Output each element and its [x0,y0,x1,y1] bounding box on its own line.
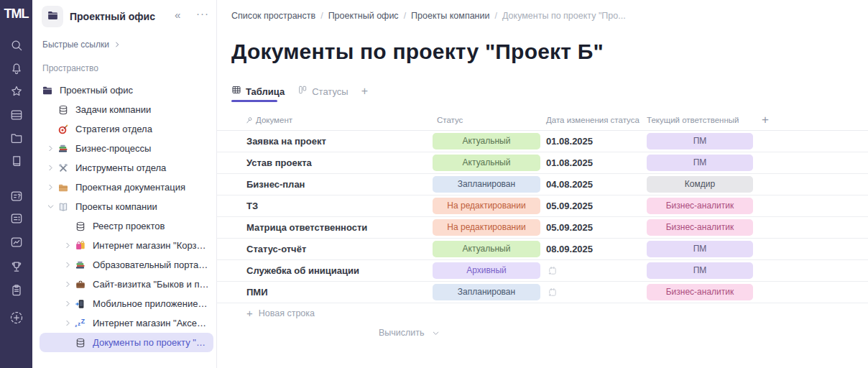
add-column-button[interactable]: + [762,113,769,127]
new-row-button[interactable]: + Новая строка [246,307,315,319]
bell-icon[interactable] [9,61,24,75]
chevron-right-icon[interactable] [60,279,75,290]
book-icon[interactable] [9,154,24,168]
status-badge[interactable]: Запланирован [433,176,540,193]
sidebar-header: Проектный офис « ··· [32,0,216,34]
responsible-badge[interactable]: ПМ [647,262,753,279]
card-question-icon[interactable] [9,189,24,203]
chevron-right-icon[interactable] [43,143,57,155]
chevron-right-icon[interactable] [60,259,75,271]
column-header[interactable]: Текущий ответственный [647,116,739,124]
add-view-button[interactable]: + [361,85,368,98]
collapse-sidebar-icon[interactable]: « [175,9,180,21]
pin-icon[interactable] [244,115,254,124]
chevron-right-icon[interactable] [43,182,57,193]
folder-icon[interactable] [9,131,24,145]
date-cell[interactable]: 08.09.2025 [546,244,593,254]
table-row[interactable]: Матрица ответственностиНа редактировании… [217,217,868,239]
table-row[interactable]: Заявка на проектАктуальный01.08.2025ПМ [217,131,868,152]
search-icon[interactable] [9,38,24,52]
status-badge[interactable]: Актуальный [433,155,540,171]
breadcrumb-item[interactable]: Список пространств [231,11,315,21]
table-row[interactable]: Устав проектаАктуальный01.08.2025ПМ [217,152,868,174]
chevron-right-icon[interactable] [43,162,57,174]
sidebar-item-label: Образовательный портал "Edu... [93,259,213,270]
responsible-badge[interactable]: Бизнес-аналитик [647,198,753,214]
document-cell[interactable]: Служебка об инициации [246,265,359,276]
sidebar-item[interactable]: Инструменты отдела [40,158,213,178]
tab-active[interactable]: Таблица [231,85,285,98]
card-dots-icon[interactable] [9,211,24,226]
status-badge[interactable]: На редактировании [433,198,540,214]
plus-dashed-icon[interactable] [9,310,24,325]
sidebar-item[interactable]: Документы по проекту "Прое... [40,333,213,352]
table-row[interactable]: Служебка об инициацииАрхивныйПМ [217,260,868,282]
sidebar-item[interactable]: Образовательный портал "Edu... [40,255,213,275]
document-cell[interactable]: Устав проекта [246,157,312,168]
document-cell[interactable]: ТЗ [246,201,258,211]
sidebar-item[interactable]: Проектная документация [40,178,213,197]
column-header[interactable]: Документ [256,116,292,124]
table-row[interactable]: Бизнес-планЗапланирован04.08.2025Комдир [217,174,868,196]
column-header[interactable]: Дата изменения статуса [546,116,640,124]
sidebar-item[interactable]: Проектный офис [40,80,213,100]
responsible-badge[interactable]: Бизнес-аналитик [647,219,753,236]
compute-dropdown[interactable]: Вычислить [379,328,440,338]
table-row[interactable]: ТЗНа редактировании05.09.2025Бизнес-анал… [217,196,868,217]
document-cell[interactable]: ПМИ [246,287,268,298]
sidebar-tree: Проектный офисЗадачи компанииСтратегия о… [32,80,216,352]
table-row[interactable]: ПМИЗапланированБизнес-аналитик [217,282,868,303]
date-cell[interactable]: 01.08.2025 [546,136,593,147]
sidebar-item[interactable]: Реестр проектов [40,216,213,236]
tml-logo[interactable]: TML [0,6,32,22]
breadcrumb-item[interactable]: Проектный офис [328,11,399,21]
responsible-badge[interactable]: ПМ [647,155,753,171]
sidebar-item[interactable]: Бизнес-процессы [40,139,213,158]
chart-icon[interactable] [9,235,24,249]
sidebar-item[interactable]: Сайт-визитка "Быков и партнер... [40,275,213,294]
breadcrumb-item[interactable]: Проекты компании [411,11,489,21]
status-badge[interactable]: Запланирован [433,284,540,300]
space-icon-box[interactable] [42,6,63,27]
responsible-badge[interactable]: Комдир [647,176,753,193]
chevron-down-icon[interactable] [43,201,57,213]
chevron-right-icon[interactable] [60,318,75,329]
sidebar-item[interactable]: zzZИнтернет магазин "Аксессуары" [40,313,213,333]
sidebar-menu-icon[interactable]: ··· [196,7,209,19]
status-badge[interactable]: Архивный [433,262,540,279]
document-cell[interactable]: Бизнес-план [246,179,305,190]
tab-inactive[interactable]: Статусы [297,85,348,98]
sidebar-item[interactable]: Задачи компании [40,100,213,119]
database-icon [75,337,86,349]
document-cell[interactable]: Статус-отчёт [246,244,306,254]
sidebar-item[interactable]: Мобильное приложение "Связь" [40,294,213,313]
chevron-right-icon[interactable] [60,298,75,310]
trophy-icon[interactable] [9,259,24,274]
table-row[interactable]: Статус-отчётАктуальный08.09.2025ПМ [217,239,868,260]
status-badge[interactable]: Актуальный [433,241,540,257]
calendar-add-icon[interactable] [547,287,558,298]
sidebar-item[interactable]: Проекты компании [40,197,213,216]
star-icon[interactable] [9,84,24,98]
responsible-badge[interactable]: Бизнес-аналитик [647,284,753,300]
compute-label: Вычислить [379,328,425,338]
chevron-right-icon[interactable] [60,240,75,252]
sidebar-item[interactable]: Интернет магазин "Корзина" [40,236,213,255]
date-cell[interactable]: 05.09.2025 [546,222,593,233]
page-title: Документы по проекту "Проект Б" [231,40,604,64]
quick-links[interactable]: Быстрые ссылки [42,40,121,50]
calendar-add-icon[interactable] [547,265,558,276]
document-cell[interactable]: Заявка на проект [246,136,326,147]
date-cell[interactable]: 05.09.2025 [546,201,593,211]
status-badge[interactable]: Актуальный [433,133,540,150]
clipboard-icon[interactable] [9,283,24,298]
responsible-badge[interactable]: ПМ [647,133,753,150]
date-cell[interactable]: 01.08.2025 [546,157,593,168]
document-cell[interactable]: Матрица ответственности [246,222,367,233]
column-header[interactable]: Статус [437,116,463,124]
status-badge[interactable]: На редактировании [433,219,540,236]
sidebar-item[interactable]: Стратегия отдела [40,119,213,139]
cards-icon[interactable] [9,108,24,122]
date-cell[interactable]: 04.08.2025 [546,179,593,190]
responsible-badge[interactable]: ПМ [647,241,753,257]
